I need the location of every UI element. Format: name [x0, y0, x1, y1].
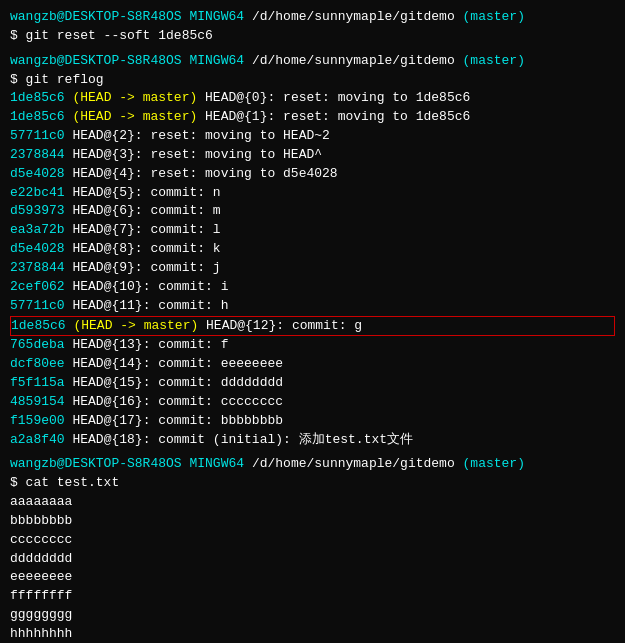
output-line: bbbbbbbb [10, 512, 615, 531]
reflog-hash: a2a8f40 [10, 432, 65, 447]
prompt-path: /d/home/sunnymaple/gitdemo [252, 53, 455, 68]
output-text: hhhhhhhh [10, 626, 72, 641]
prompt-path: /d/home/sunnymaple/gitdemo [252, 9, 455, 24]
prompt-line: wangzb@DESKTOP-S8R48OS MINGW64 /d/home/s… [10, 455, 615, 474]
reflog-line: 57711c0 HEAD@{11}: commit: h [10, 297, 615, 316]
prompt-user: wangzb@DESKTOP-S8R48OS [10, 456, 182, 471]
reflog-hash: 57711c0 [10, 298, 65, 313]
reflog-rest: HEAD@{16}: commit: cccccccc [72, 394, 283, 409]
prompt-shell: MINGW64 [189, 53, 244, 68]
reflog-hash: d593973 [10, 203, 65, 218]
output-line: eeeeeeee [10, 568, 615, 587]
prompt-branch: (master) [463, 456, 525, 471]
output-text: aaaaaaaa [10, 494, 72, 509]
command-line: $ git reset --soft 1de85c6 [10, 27, 615, 46]
reflog-line: dcf80ee HEAD@{14}: commit: eeeeeeee [10, 355, 615, 374]
reflog-line: 765deba HEAD@{13}: commit: f [10, 336, 615, 355]
reflog-line: f5f115a HEAD@{15}: commit: dddddddd [10, 374, 615, 393]
reflog-rest: HEAD@{17}: commit: bbbbbbbb [72, 413, 283, 428]
reflog-line: d5e4028 HEAD@{8}: commit: k [10, 240, 615, 259]
reflog-hash: 2378844 [10, 260, 65, 275]
reflog-hash: dcf80ee [10, 356, 65, 371]
reflog-rest: HEAD@{1}: reset: moving to 1de85c6 [205, 109, 470, 124]
output-line: dddddddd [10, 550, 615, 569]
command-text: $ cat test.txt [10, 475, 119, 490]
reflog-line: d593973 HEAD@{6}: commit: m [10, 202, 615, 221]
reflog-rest: HEAD@{6}: commit: m [72, 203, 220, 218]
reflog-rest: HEAD@{10}: commit: i [72, 279, 228, 294]
reflog-hash: 4859154 [10, 394, 65, 409]
reflog-rest: HEAD@{2}: reset: moving to HEAD~2 [72, 128, 329, 143]
command-text: $ git reflog [10, 72, 104, 87]
output-line: ffffffff [10, 587, 615, 606]
reflog-tag: (HEAD -> master) [72, 109, 197, 124]
prompt-path: /d/home/sunnymaple/gitdemo [252, 456, 455, 471]
prompt-line: wangzb@DESKTOP-S8R48OS MINGW64 /d/home/s… [10, 8, 615, 27]
output-line: hhhhhhhh [10, 625, 615, 643]
output-line: cccccccc [10, 531, 615, 550]
prompt-shell: MINGW64 [189, 456, 244, 471]
reflog-hash: 1de85c6 [11, 318, 66, 333]
command-text: $ git reset --soft 1de85c6 [10, 28, 213, 43]
reflog-hash: e22bc41 [10, 185, 65, 200]
reflog-hash: f5f115a [10, 375, 65, 390]
reflog-rest: HEAD@{14}: commit: eeeeeeee [72, 356, 283, 371]
reflog-rest: HEAD@{4}: reset: moving to d5e4028 [72, 166, 337, 181]
output-line: gggggggg [10, 606, 615, 625]
reflog-rest: HEAD@{18}: commit (initial): 添加test.txt文… [72, 432, 413, 447]
reflog-line: 1de85c6 (HEAD -> master) HEAD@{12}: comm… [10, 316, 615, 337]
reflog-line: 2378844 HEAD@{3}: reset: moving to HEAD^ [10, 146, 615, 165]
reflog-hash: d5e4028 [10, 166, 65, 181]
output-text: eeeeeeee [10, 569, 72, 584]
reflog-hash: f159e00 [10, 413, 65, 428]
reflog-hash: 765deba [10, 337, 65, 352]
reflog-line: ea3a72b HEAD@{7}: commit: l [10, 221, 615, 240]
reflog-rest: HEAD@{8}: commit: k [72, 241, 220, 256]
terminal: wangzb@DESKTOP-S8R48OS MINGW64 /d/home/s… [10, 8, 615, 643]
reflog-tag: (HEAD -> master) [72, 90, 197, 105]
reflog-line: a2a8f40 HEAD@{18}: commit (initial): 添加t… [10, 431, 615, 450]
reflog-rest: HEAD@{5}: commit: n [72, 185, 220, 200]
reflog-rest: HEAD@{11}: commit: h [72, 298, 228, 313]
output-text: bbbbbbbb [10, 513, 72, 528]
reflog-hash: d5e4028 [10, 241, 65, 256]
reflog-line: 1de85c6 (HEAD -> master) HEAD@{1}: reset… [10, 108, 615, 127]
reflog-hash: 57711c0 [10, 128, 65, 143]
prompt-shell: MINGW64 [189, 9, 244, 24]
reflog-line: 57711c0 HEAD@{2}: reset: moving to HEAD~… [10, 127, 615, 146]
reflog-line: 1de85c6 (HEAD -> master) HEAD@{0}: reset… [10, 89, 615, 108]
reflog-line: 4859154 HEAD@{16}: commit: cccccccc [10, 393, 615, 412]
output-text: gggggggg [10, 607, 72, 622]
prompt-branch: (master) [463, 53, 525, 68]
reflog-rest: HEAD@{0}: reset: moving to 1de85c6 [205, 90, 470, 105]
command-line: $ git reflog [10, 71, 615, 90]
reflog-hash: 1de85c6 [10, 109, 65, 124]
reflog-line: 2cef062 HEAD@{10}: commit: i [10, 278, 615, 297]
output-text: ffffffff [10, 588, 72, 603]
reflog-rest: HEAD@{9}: commit: j [72, 260, 220, 275]
reflog-hash: 2cef062 [10, 279, 65, 294]
prompt-user: wangzb@DESKTOP-S8R48OS [10, 9, 182, 24]
reflog-hash: ea3a72b [10, 222, 65, 237]
prompt-branch: (master) [463, 9, 525, 24]
reflog-line: d5e4028 HEAD@{4}: reset: moving to d5e40… [10, 165, 615, 184]
prompt-user: wangzb@DESKTOP-S8R48OS [10, 53, 182, 68]
reflog-rest: HEAD@{15}: commit: dddddddd [72, 375, 283, 390]
reflog-rest: HEAD@{3}: reset: moving to HEAD^ [72, 147, 322, 162]
output-line: aaaaaaaa [10, 493, 615, 512]
reflog-line: 2378844 HEAD@{9}: commit: j [10, 259, 615, 278]
reflog-hash: 2378844 [10, 147, 65, 162]
output-text: cccccccc [10, 532, 72, 547]
output-text: dddddddd [10, 551, 72, 566]
reflog-rest: HEAD@{7}: commit: l [72, 222, 220, 237]
reflog-rest: HEAD@{12}: commit: g [206, 318, 362, 333]
reflog-rest: HEAD@{13}: commit: f [72, 337, 228, 352]
highlighted-reflog-line: 1de85c6 (HEAD -> master) HEAD@{12}: comm… [10, 316, 615, 337]
reflog-line: f159e00 HEAD@{17}: commit: bbbbbbbb [10, 412, 615, 431]
prompt-line: wangzb@DESKTOP-S8R48OS MINGW64 /d/home/s… [10, 52, 615, 71]
command-line: $ cat test.txt [10, 474, 615, 493]
reflog-tag: (HEAD -> master) [73, 318, 198, 333]
reflog-line: e22bc41 HEAD@{5}: commit: n [10, 184, 615, 203]
reflog-hash: 1de85c6 [10, 90, 65, 105]
